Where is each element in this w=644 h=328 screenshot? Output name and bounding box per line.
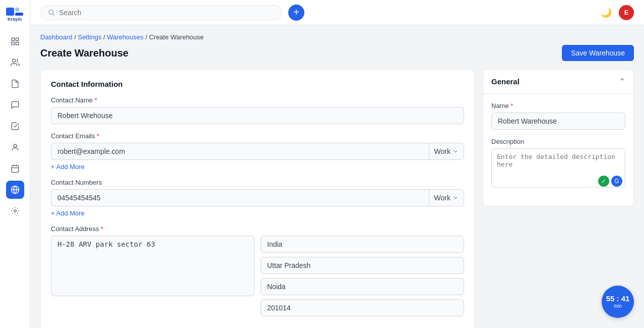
theme-toggle-icon[interactable]: 🌙 [601,7,612,18]
contact-name-input[interactable] [51,107,464,124]
breadcrumb-settings[interactable]: Settings [78,33,101,41]
main-area: + 🌙 E Dashboard / Settings / Warehouses … [30,0,644,328]
add-more-email[interactable]: + Add More [51,163,464,171]
sidebar-item-dashboard[interactable] [6,32,24,50]
contact-numbers-group: Contact Numbers Work + Add More [51,179,464,217]
timer-display: 55 : 41 [606,295,630,303]
svg-point-9 [14,144,17,147]
topbar-right: 🌙 E [601,5,634,20]
general-panel: General ⌃ Name * Description [483,69,634,206]
svg-rect-5 [16,38,18,40]
brand-logo[interactable]: Krayin [5,6,25,24]
sidebar-item-contacts[interactable] [6,53,24,72]
sidebar-item-chat[interactable] [6,96,24,114]
address-street-input[interactable]: H-28 ARV park sector 63 [51,236,254,296]
sidebar-item-tickets[interactable] [6,75,24,93]
general-panel-body: Name * Description ✓ G [483,94,633,206]
contact-number-input[interactable] [51,189,429,206]
address-details-area [261,236,464,316]
form-layout: Contact Information Contact Name * Conta… [40,69,634,328]
email-input-row: Work [51,143,464,160]
svg-rect-7 [16,42,18,45]
address-city-input[interactable] [261,278,464,295]
svg-rect-0 [6,8,14,16]
svg-rect-1 [15,8,19,12]
sidebar-item-globe[interactable] [6,181,24,199]
address-country-input[interactable] [261,236,464,253]
svg-text:Krayin: Krayin [8,17,22,22]
general-name-group: Name * [491,102,625,130]
contact-panel-title: Contact Information [51,80,464,88]
svg-rect-2 [15,13,23,16]
contact-emails-label: Contact Emails * [51,132,464,140]
contact-name-group: Contact Name * [51,96,464,124]
general-description-group: Description ✓ G [491,138,625,190]
contact-email-input[interactable] [51,143,429,160]
sidebar-item-calendar[interactable] [6,159,24,178]
general-description-label: Description [491,138,625,145]
svg-point-8 [12,59,15,62]
sidebar-item-person[interactable] [6,138,24,156]
contact-numbers-label: Contact Numbers [51,179,464,186]
topbar: + 🌙 E [30,0,644,25]
svg-rect-4 [12,38,14,40]
sidebar: Krayin [0,0,30,328]
breadcrumb: Dashboard / Settings / Warehouses / Crea… [40,33,634,41]
breadcrumb-warehouses[interactable]: Warehouses [107,33,144,41]
email-type-select[interactable]: Work [429,143,464,160]
page-title: Create Warehouse [40,47,128,59]
search-input[interactable] [59,9,275,17]
sidebar-item-reports[interactable] [6,117,24,135]
contact-name-label: Contact Name * [51,96,464,104]
address-street-area: H-28 ARV park sector 63 [51,236,254,316]
add-more-number[interactable]: + Add More [51,209,464,217]
avatar[interactable]: E [619,5,634,20]
search-icon [48,9,55,16]
contact-address-label: Contact Address * [51,225,464,233]
search-bar[interactable] [40,5,282,20]
description-icons: ✓ G [598,176,622,187]
timer-badge: 55 : 41 min [602,286,634,318]
svg-point-17 [49,10,54,15]
add-button[interactable]: + [288,5,304,21]
save-warehouse-button[interactable]: Save Warehouse [562,45,634,61]
address-state-input[interactable] [261,257,464,274]
breadcrumb-dashboard[interactable]: Dashboard [40,33,73,41]
address-layout: H-28 ARV park sector 63 [51,236,464,316]
general-name-label: Name * [491,102,625,110]
timer-label: min [614,303,622,309]
general-name-input[interactable] [491,113,625,130]
description-icon-blue[interactable]: G [611,176,622,187]
contact-address-group: Contact Address * H-28 ARV park sector 6… [51,225,464,316]
contact-panel: Contact Information Contact Name * Conta… [40,69,475,328]
svg-point-16 [14,210,16,212]
address-zip-input[interactable] [261,299,464,316]
number-input-row: Work [51,189,464,206]
sidebar-item-settings[interactable] [6,202,24,220]
svg-rect-6 [12,42,14,45]
content-area: Dashboard / Settings / Warehouses / Crea… [30,25,644,328]
general-panel-title: General [491,77,520,86]
number-type-select[interactable]: Work [429,189,464,206]
contact-emails-group: Contact Emails * Work + Add More [51,132,464,171]
svg-rect-10 [12,166,19,173]
general-collapse-button[interactable]: ⌃ [619,77,625,86]
description-icon-green[interactable]: ✓ [598,176,609,187]
description-wrapper: ✓ G [491,148,625,190]
svg-line-18 [53,14,54,15]
general-panel-header: General ⌃ [483,70,633,94]
breadcrumb-current: Create Warehouse [149,33,204,41]
page-header: Create Warehouse Save Warehouse [40,45,634,61]
